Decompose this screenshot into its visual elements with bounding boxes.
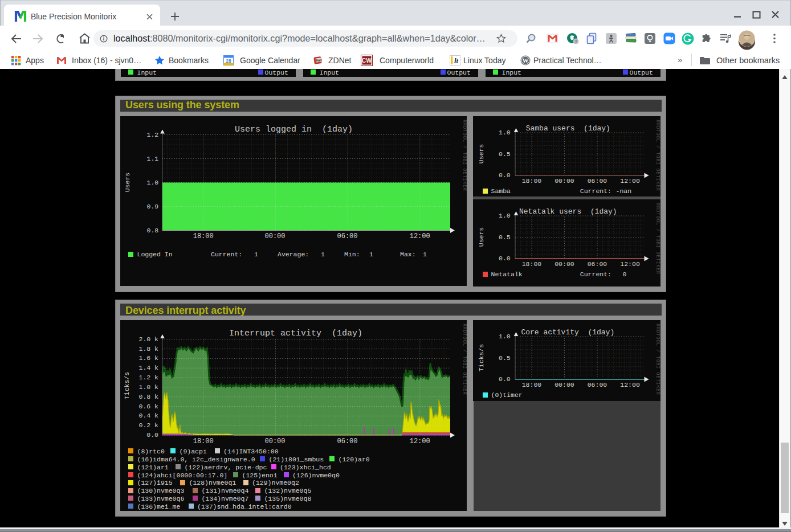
svg-text:W: W — [523, 57, 529, 64]
svg-text:?: ? — [574, 39, 577, 44]
svg-text:28: 28 — [226, 58, 231, 64]
svg-text:CW: CW — [362, 57, 372, 64]
svg-text:lt: lt — [454, 56, 459, 65]
